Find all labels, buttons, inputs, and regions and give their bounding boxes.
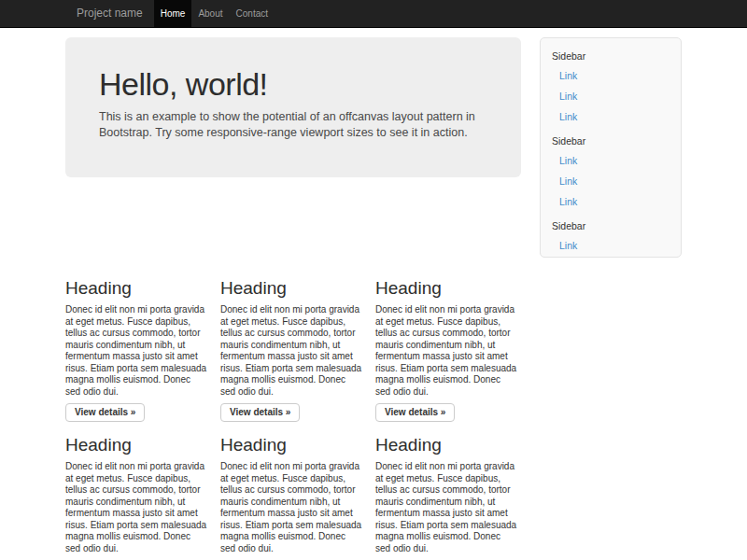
sidebar-link[interactable]: Link [541,256,681,258]
page-container: Hello, world! This is an example to show… [65,37,682,560]
sidebar-link[interactable]: Link [541,65,681,86]
card-heading: Heading [375,278,517,298]
nav-item-home[interactable]: Home [154,0,192,27]
sidebar-panel: Sidebar Link Link Link Sidebar Link Link… [540,37,682,258]
jumbotron-description: This is an example to show the potential… [99,109,487,141]
view-details-button[interactable]: View details » [375,403,455,422]
card-body-text: Donec id elit non mi porta gravida at eg… [65,304,207,398]
card-body-text: Donec id elit non mi porta gravida at eg… [65,461,207,554]
navbar-menu: Home About Contact [154,0,275,27]
nav-item-about[interactable]: About [191,0,229,27]
sidebar-group-title: Sidebar [541,217,681,235]
jumbotron: Hello, world! This is an example to show… [65,37,521,177]
card-heading: Heading [65,435,207,455]
sidebar-link[interactable]: Link [541,191,681,212]
card-body-text: Donec id elit non mi porta gravida at eg… [220,461,362,554]
card-body-text: Donec id elit non mi porta gravida at eg… [375,304,517,398]
sidebar-group-title: Sidebar [541,47,681,65]
card-2: Heading Donec id elit non mi porta gravi… [220,278,362,422]
cards-grid: Heading Donec id elit non mi porta gravi… [65,278,530,560]
card-3: Heading Donec id elit non mi porta gravi… [375,278,517,422]
hero-row: Hello, world! This is an example to show… [65,37,682,258]
sidebar-link[interactable]: Link [541,235,681,256]
card-heading: Heading [220,435,362,455]
card-5: Heading Donec id elit non mi porta gravi… [220,435,362,560]
sidebar-group-3: Sidebar Link Link [541,217,681,258]
sidebar-group-1: Sidebar Link Link Link [541,47,681,127]
view-details-button[interactable]: View details » [220,403,300,422]
card-heading: Heading [220,278,362,298]
card-body-text: Donec id elit non mi porta gravida at eg… [375,461,517,554]
page-title: Hello, world! [99,67,487,101]
navbar: Project name Home About Contact [0,0,747,28]
sidebar-link[interactable]: Link [541,171,681,191]
card-body-text: Donec id elit non mi porta gravida at eg… [220,304,362,398]
card-1: Heading Donec id elit non mi porta gravi… [65,278,207,422]
navbar-container: Project name Home About Contact [65,0,682,27]
sidebar-link[interactable]: Link [541,150,681,171]
sidebar-group-title: Sidebar [541,132,681,150]
sidebar-link[interactable]: Link [541,106,681,127]
nav-item-contact[interactable]: Contact [230,0,275,27]
card-6: Heading Donec id elit non mi porta gravi… [375,435,517,560]
card-4: Heading Donec id elit non mi porta gravi… [65,435,207,560]
brand-link[interactable]: Project name [65,0,154,27]
card-heading: Heading [375,435,517,455]
view-details-button[interactable]: View details » [65,403,145,422]
sidebar-link[interactable]: Link [541,86,681,106]
card-heading: Heading [65,278,207,298]
sidebar-group-2: Sidebar Link Link Link [541,132,681,212]
